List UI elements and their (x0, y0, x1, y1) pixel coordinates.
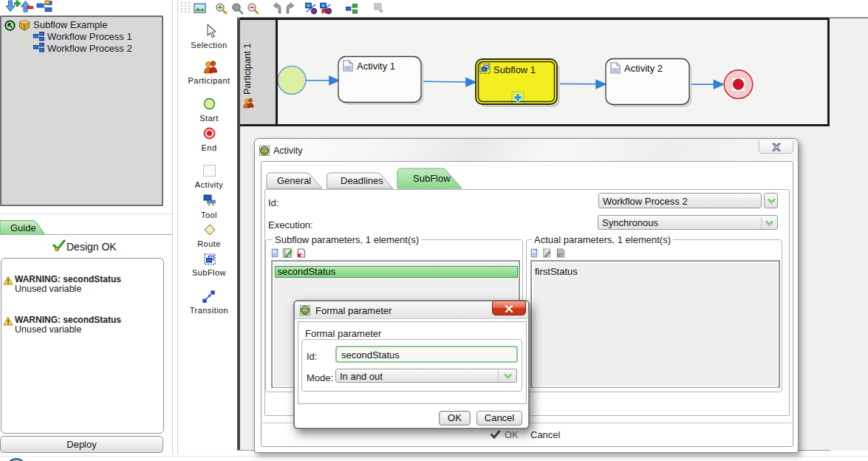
svg-text:Deadlines: Deadlines (341, 175, 383, 186)
svg-text:Guide: Guide (10, 222, 36, 233)
svg-text:SubFlow: SubFlow (413, 173, 451, 184)
svg-text:General: General (277, 175, 311, 186)
